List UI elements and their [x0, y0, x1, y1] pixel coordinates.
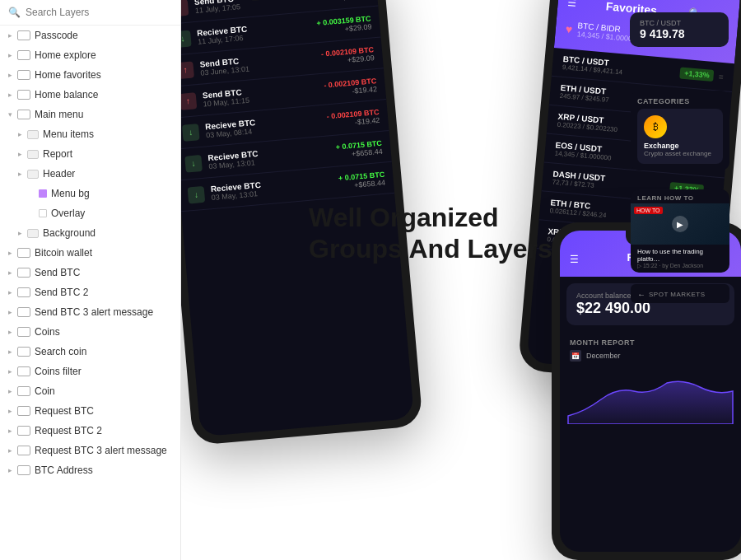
layer-item-btc-address[interactable]: ▸BTC Address	[0, 460, 180, 480]
layers-panel: 🔍 ▸Passcode▸Home explore▸Home favorites▸…	[0, 0, 181, 560]
layer-item-request-btc-3[interactable]: ▸Request BTC 3 alert message	[0, 441, 180, 460]
btc-usdt-value: 9 419.78	[640, 27, 719, 40]
layer-item-home-favorites[interactable]: ▸Home favorites	[0, 65, 180, 85]
layer-item-menu-items[interactable]: ▸Menu items	[0, 124, 180, 144]
layer-item-label: Coin	[35, 385, 55, 397]
layer-item-label: Send BTC 3 alert message	[35, 306, 153, 318]
layer-item-header[interactable]: ▸Header	[0, 164, 180, 184]
tx-info: Recieve BTC11 July, 17:06	[197, 19, 311, 46]
change-badge: +1,33%	[680, 67, 715, 82]
layers-search-bar[interactable]: 🔍	[0, 0, 180, 26]
layer-type-icon	[17, 110, 30, 119]
layer-type-icon	[17, 465, 30, 475]
layer-item-search-coin[interactable]: ▸Search coin	[0, 342, 180, 362]
spot-markets-label: SPOT MARKETS	[649, 291, 706, 298]
tx-amount: + 0.0715 BTC+$658.44	[335, 138, 383, 159]
december-text: December	[586, 352, 621, 360]
layer-item-send-btc-2[interactable]: ▸Send BTC 2	[0, 282, 180, 302]
hero-text: Well OrganizedGroups And Layers	[309, 202, 552, 265]
send-arrow-icon: ↑	[181, 0, 189, 16]
layer-item-label: Home explore	[35, 49, 96, 61]
layer-item-label: Send BTC 2	[35, 287, 88, 298]
layers-search-input[interactable]	[26, 7, 172, 18]
recv-arrow-icon: ↓	[181, 30, 192, 48]
tx-info: Send BTC03 June, 13:01	[199, 50, 315, 77]
layer-item-bitcoin-wallet[interactable]: ▸Bitcoin wallet	[0, 243, 180, 263]
layer-item-menu-bg[interactable]: Menu bg	[0, 184, 180, 203]
chevron-icon: ▸	[7, 269, 13, 276]
exchange-icon: ₿	[644, 115, 667, 138]
layer-list: ▸Passcode▸Home explore▸Home favorites▸Ho…	[0, 26, 180, 560]
menu-lines-icon[interactable]: ≡	[718, 72, 724, 81]
layer-type-icon	[27, 150, 39, 159]
layer-type-icon	[17, 426, 30, 436]
layer-item-home-explore[interactable]: ▸Home explore	[0, 45, 180, 65]
spot-markets-overlay: ← SPOT MARKETS	[631, 284, 729, 303]
video-title: How to use the trading platfo…	[637, 248, 723, 263]
chevron-icon: ▸	[16, 131, 23, 138]
chevron-icon: ▸	[7, 467, 13, 474]
layer-type-icon	[17, 268, 30, 278]
video-tag: HOW TO	[634, 207, 663, 214]
categories-overlay: CATEGORIES ₿ Exchange Crypto asset excha…	[631, 91, 729, 170]
play-button[interactable]: ▶	[672, 216, 688, 232]
layer-item-label: Home balance	[35, 89, 98, 100]
tx-amount: - 0.002109 BTC-$19.42	[326, 107, 380, 128]
december-row: 📅 December	[570, 350, 731, 362]
layer-type-icon	[27, 170, 39, 179]
exchange-card: ₿ Exchange Crypto asset exchange	[637, 109, 723, 164]
layer-type-icon	[17, 327, 30, 337]
layer-type-icon	[17, 248, 30, 258]
layer-item-request-btc[interactable]: ▸Request BTC	[0, 401, 180, 421]
layer-type-icon	[27, 130, 39, 139]
layer-item-send-btc-3[interactable]: ▸Send BTC 3 alert message	[0, 302, 180, 322]
heart-icon[interactable]: ♥	[565, 22, 573, 36]
phone-3-screen: ☰ Favorites ✓ Account balance $22 490.00…	[560, 231, 741, 552]
video-info: How to use the trading platfo… ▷ 15:22 ·…	[631, 245, 729, 273]
chevron-icon: ▸	[7, 368, 13, 375]
learn-how-label: LEARN HOW TO	[631, 189, 729, 203]
layer-item-passcode[interactable]: ▸Passcode	[0, 26, 180, 45]
layer-item-home-balance[interactable]: ▸Home balance	[0, 85, 180, 105]
chevron-icon: ▸	[7, 52, 13, 58]
layer-item-coin[interactable]: ▸Coin	[0, 381, 180, 401]
layer-type-icon	[39, 209, 47, 217]
layer-item-coins-filter[interactable]: ▸Coins filter	[0, 362, 180, 381]
layer-item-main-menu[interactable]: ▾Main menu	[0, 105, 180, 124]
video-meta: ▷ 15:22 · by Den Jackson	[637, 263, 723, 269]
search-icon: 🔍	[8, 7, 21, 18]
layer-type-icon	[17, 50, 30, 60]
month-report: MONTH REPORT 📅 December	[560, 332, 741, 368]
layer-item-label: Menu items	[43, 128, 94, 140]
layer-item-request-btc-2[interactable]: ▸Request BTC 2	[0, 421, 180, 441]
layer-item-label: Search coin	[35, 346, 86, 357]
layer-item-coins[interactable]: ▸Coins	[0, 322, 180, 342]
send-arrow-icon: ↑	[181, 92, 197, 110]
layer-type-icon	[17, 366, 30, 376]
layer-item-report[interactable]: ▸Report	[0, 144, 180, 164]
hamburger-icon-2[interactable]: ☰	[570, 254, 579, 265]
right-panel: Well OrganizedGroups And Layers ↑Send BT…	[181, 0, 741, 560]
layer-item-send-btc[interactable]: ▸Send BTC	[0, 263, 180, 282]
hamburger-icon[interactable]: ☰	[567, 0, 577, 9]
chevron-icon: ▾	[7, 111, 13, 118]
layer-type-icon	[17, 406, 30, 416]
layer-item-label: Bitcoin wallet	[35, 247, 92, 259]
layer-item-background[interactable]: ▸Background	[0, 223, 180, 243]
month-report-label: MONTH REPORT	[570, 338, 731, 347]
chevron-icon: ▸	[7, 427, 13, 434]
layer-item-label: BTC Address	[35, 464, 93, 476]
layer-type-icon	[17, 90, 30, 100]
btc-usdt-label: BTC / USDT	[640, 19, 719, 27]
chevron-icon: ▸	[16, 170, 23, 177]
tx-amount: + 0.0715 BTC+$658.44	[338, 170, 386, 190]
chevron-icon: ▸	[7, 289, 13, 296]
layer-item-label: Request BTC 2	[35, 425, 102, 436]
chevron-icon: ▸	[7, 408, 13, 414]
tx-info: Recieve BTC03 May, 13:01	[210, 174, 333, 202]
layer-item-overlay[interactable]: Overlay	[0, 203, 180, 223]
tx-info: Recieve BTC03 May, 13:01	[207, 142, 330, 170]
layer-type-icon	[17, 386, 30, 396]
layer-item-label: Main menu	[35, 109, 83, 120]
chevron-icon: ▸	[16, 151, 23, 157]
